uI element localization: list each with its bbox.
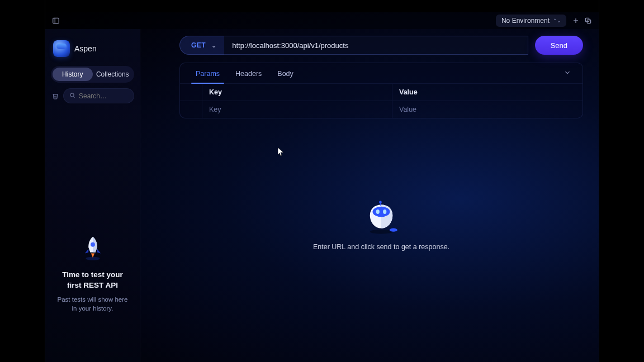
svg-point-15 [379,201,382,204]
response-empty-state: Enter URL and click send to get a respon… [179,118,583,362]
request-tab-row: Params Headers Body [180,63,583,84]
svg-point-6 [70,93,74,97]
chevron-down-icon: ⌄ [211,42,216,49]
mascot-icon [359,196,404,235]
history-empty-subtitle: Past tests will show here in your histor… [54,295,131,313]
window-titlebar [45,0,599,12]
svg-point-10 [370,230,392,234]
search-container [63,88,134,103]
history-empty-title: Time to test your first REST API [54,270,131,290]
param-value-input[interactable] [399,106,576,113]
brand: Aspen [51,34,134,66]
svg-point-13 [383,209,386,214]
environment-selector[interactable]: No Environment ⌃⌄ [496,15,566,27]
tab-history[interactable]: History [53,68,93,81]
params-row-handle[interactable] [180,101,202,118]
tab-headers[interactable]: Headers [228,63,269,83]
svg-point-12 [376,209,380,214]
svg-line-7 [74,97,75,98]
request-bar: GET ⌄ Send [179,36,583,55]
app-logo-icon [53,40,70,57]
rocket-icon [78,233,108,263]
http-method-selector[interactable]: GET ⌄ [179,36,224,55]
search-input[interactable] [79,92,128,100]
environment-label: No Environment [501,17,550,25]
clear-history-button[interactable] [51,93,60,99]
sidebar: Aspen History Collections [45,29,140,362]
tab-params[interactable]: Params [188,63,228,83]
sidebar-toggle-button[interactable] [50,15,62,27]
svg-rect-0 [53,18,59,23]
app-name: Aspen [74,44,97,53]
main-panel: GET ⌄ Send Params Headers Body [140,29,599,362]
response-empty-message: Enter URL and click send to get a respon… [313,243,449,251]
params-checkbox-header [180,84,202,101]
updown-icon: ⌃⌄ [553,18,561,23]
new-tab-button[interactable] [570,15,582,27]
params-value-header: Value [392,84,583,101]
url-input[interactable] [232,41,519,50]
app-toolbar: No Environment ⌃⌄ [45,12,599,29]
history-empty-state: Time to test your first REST API Past te… [51,233,134,358]
copy-button[interactable] [582,15,594,27]
params-table: Key Value [180,84,583,118]
svg-point-9 [91,242,95,247]
svg-point-14 [390,228,397,232]
request-config-card: Params Headers Body Key Value [179,63,583,118]
send-button[interactable]: Send [535,36,583,55]
sidebar-tabs: History Collections [51,66,134,83]
param-key-input[interactable] [209,106,385,113]
svg-line-16 [380,203,381,206]
tab-collections[interactable]: Collections [93,68,133,81]
params-key-header: Key [202,84,392,101]
collapse-button[interactable] [560,65,575,82]
tab-body[interactable]: Body [269,63,301,83]
url-container [224,36,528,55]
search-icon [69,92,75,100]
svg-point-11 [372,207,390,217]
http-method-label: GET [191,41,206,49]
